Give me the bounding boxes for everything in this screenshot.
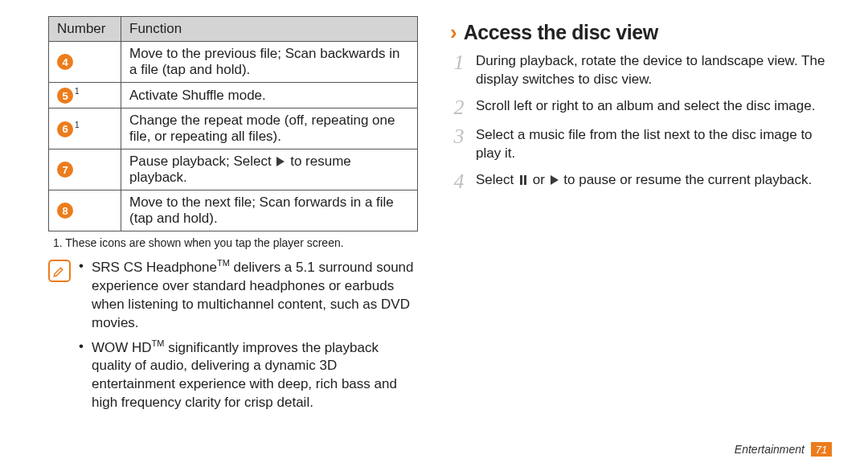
pause-icon (519, 175, 527, 185)
note-item: WOW HDTM significantly improves the play… (79, 338, 418, 412)
row-number-badge: 7 (57, 162, 73, 178)
row-function-text: Move to the next file; Scan forwards in … (121, 190, 418, 231)
row-function-text: Activate Shuffle mode. (121, 83, 418, 109)
step-item: 2 Scroll left or right to an album and s… (450, 97, 832, 118)
table-row: 8 Move to the next file; Scan forwards i… (49, 190, 418, 231)
col-header-number: Number (49, 17, 121, 42)
right-column: › Access the disc view 1 During playback… (434, 0, 868, 471)
note-icon (48, 260, 71, 282)
page-footer: Entertainment 71 (735, 442, 832, 457)
note-text-pre: SRS CS Headphone (92, 260, 217, 275)
step-text: Scroll left or right to an album and sel… (476, 97, 815, 118)
footnote-ref: 1 (75, 121, 80, 129)
step-text: Select or to pause or resume the current… (476, 171, 812, 192)
left-column: Number Function 4 Move to the previous f… (0, 0, 434, 471)
table-row: 7 Pause playback; Select to resume playb… (49, 149, 418, 190)
row-text-pre: Pause playback; Select (129, 154, 275, 169)
chevron-icon: › (450, 22, 457, 43)
step-text-pre: Select (476, 172, 518, 187)
footnote-ref: 1 (75, 87, 80, 96)
table-footnote: 1. These icons are shown when you tap th… (53, 236, 413, 249)
note-callout: SRS CS HeadphoneTM delivers a 5.1 surrou… (48, 257, 418, 417)
function-table: Number Function 4 Move to the previous f… (48, 16, 418, 231)
step-item: 3 Select a music file from the list next… (450, 126, 832, 163)
steps-list: 1 During playback, rotate the device to … (450, 52, 832, 192)
step-number: 1 (450, 52, 468, 89)
step-text: During playback, rotate the device to la… (476, 52, 832, 89)
step-number: 4 (450, 171, 468, 192)
play-icon (551, 175, 559, 185)
table-row: 61 Change the repeat mode (off, repeatin… (49, 109, 418, 149)
step-number: 3 (450, 126, 468, 163)
row-number-badge: 5 (57, 88, 73, 104)
footer-section-name: Entertainment (735, 443, 805, 456)
row-number-badge: 4 (57, 54, 73, 70)
step-text-post: to pause or resume the current playback. (560, 172, 813, 187)
step-text: Select a music file from the list next t… (476, 126, 832, 163)
note-text-pre: WOW HD (92, 339, 152, 354)
note-item: SRS CS HeadphoneTM delivers a 5.1 surrou… (79, 257, 418, 332)
play-icon (276, 157, 285, 166)
step-number: 2 (450, 97, 468, 118)
section-heading: › Access the disc view (450, 21, 832, 44)
col-header-function: Function (121, 17, 418, 42)
row-function-text: Move to the previous file; Scan backward… (121, 42, 418, 83)
trademark-symbol: TM (217, 258, 230, 268)
row-function-text: Change the repeat mode (off, repeating o… (121, 109, 418, 149)
note-list: SRS CS HeadphoneTM delivers a 5.1 surrou… (79, 257, 418, 417)
step-text-mid: or (529, 172, 549, 187)
page-number-badge: 71 (811, 442, 832, 457)
table-row: 4 Move to the previous file; Scan backwa… (49, 42, 418, 83)
trademark-symbol: TM (152, 338, 165, 348)
step-item: 4 Select or to pause or resume the curre… (450, 171, 832, 192)
row-function-text: Pause playback; Select to resume playbac… (121, 149, 418, 190)
section-title: Access the disc view (464, 21, 658, 44)
row-number-badge: 8 (57, 203, 73, 219)
step-item: 1 During playback, rotate the device to … (450, 52, 832, 89)
table-row: 51 Activate Shuffle mode. (49, 83, 418, 109)
row-number-badge: 6 (57, 121, 73, 137)
